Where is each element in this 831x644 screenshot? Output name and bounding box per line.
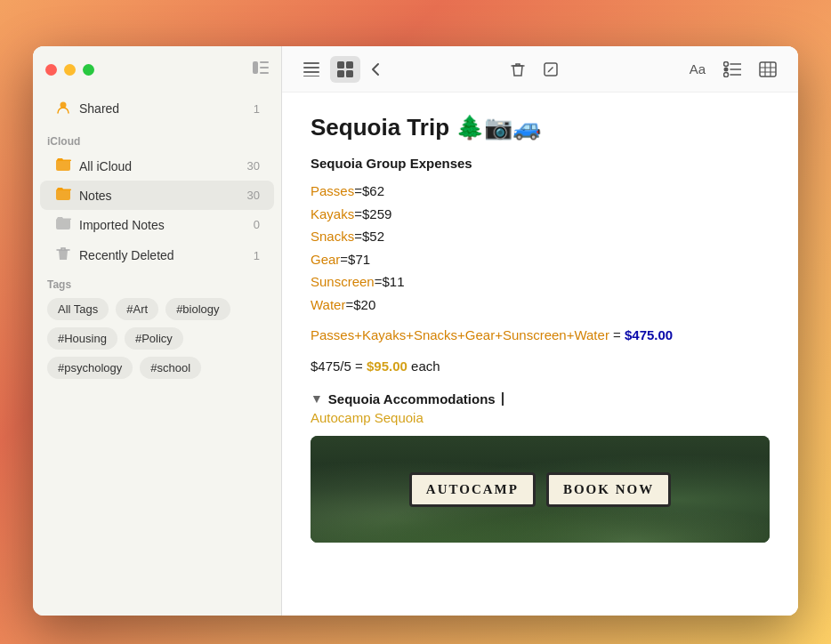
sidebar-content: Shared 1 iCloud All iCloud 30 (33, 93, 281, 400)
all-icloud-count: 30 (247, 159, 260, 173)
accommodations-header-row: ▼ Sequoia Accommodations | (311, 390, 770, 407)
svg-rect-20 (760, 62, 776, 76)
expense-sunscreen: Sunscreen=$11 (311, 272, 770, 293)
svg-rect-9 (337, 61, 344, 68)
sidebar-item-shared[interactable]: Shared 1 (40, 93, 274, 125)
autocamp-link[interactable]: Autocamp Sequoia (311, 410, 770, 425)
folder-icon-icloud (54, 157, 72, 174)
edit-note-button[interactable] (536, 56, 566, 83)
app-window: Shared 1 iCloud All iCloud 30 (33, 46, 798, 616)
icloud-section-header: iCloud (33, 125, 281, 151)
trash-icon-sidebar (54, 246, 72, 265)
back-button[interactable] (364, 57, 387, 82)
svg-rect-3 (260, 72, 269, 74)
notes-count: 30 (247, 189, 260, 202)
shared-count: 1 (254, 102, 260, 116)
tag-art[interactable]: #Art (116, 298, 158, 320)
font-button[interactable]: Aa (682, 56, 713, 82)
svg-rect-12 (346, 70, 353, 77)
list-view-button[interactable] (296, 57, 327, 82)
recently-deleted-label: Recently Deleted (79, 248, 246, 262)
per-person-amount: $95.00 (367, 358, 407, 374)
svg-rect-0 (253, 61, 258, 74)
note-title: Sequoia Trip 🌲📷🚙 (311, 114, 770, 141)
shared-icon (54, 99, 72, 118)
expense-water: Water=$20 (311, 295, 770, 316)
svg-rect-1 (260, 61, 269, 63)
total-line: Passes+Kayaks+Snacks+Gear+Sunscreen+Wate… (311, 326, 770, 346)
folder-icon-imported (54, 216, 72, 233)
all-icloud-label: All iCloud (79, 159, 240, 173)
tag-psychology[interactable]: #psychology (47, 357, 133, 379)
font-label: Aa (690, 61, 706, 76)
tag-housing[interactable]: #Housing (47, 327, 117, 350)
svg-rect-11 (337, 70, 344, 77)
total-formula-orange: Passes+Kayaks+Snacks+Gear+Sunscreen+Wate… (311, 327, 609, 342)
svg-rect-10 (346, 61, 353, 68)
svg-rect-8 (303, 76, 319, 76)
tags-section: Tags All Tags #Art #biology #Housing #Po… (33, 271, 281, 386)
book-now-button[interactable]: BOOK NOW (546, 472, 671, 507)
expense-label-kayaks: Kayaks (311, 206, 354, 221)
sidebar-item-imported-notes[interactable]: Imported Notes 0 (40, 210, 274, 239)
svg-point-16 (724, 72, 729, 76)
maximize-button[interactable] (83, 64, 94, 76)
imported-notes-label: Imported Notes (79, 218, 246, 232)
tag-all-tags[interactable]: All Tags (47, 298, 109, 320)
expense-label-passes: Passes (311, 183, 354, 198)
per-person-line: $475/5 = $95.00 each (311, 357, 770, 377)
svg-rect-7 (303, 71, 319, 73)
svg-point-14 (724, 61, 729, 66)
note-content[interactable]: Sequoia Trip 🌲📷🚙 Sequoia Group Expenses … (282, 93, 798, 616)
tags-grid: All Tags #Art #biology #Housing #Policy … (47, 298, 267, 379)
expense-label-gear: Gear (311, 252, 340, 267)
imported-notes-count: 0 (254, 218, 260, 231)
sidebar-item-recently-deleted[interactable]: Recently Deleted 1 (40, 239, 274, 271)
svg-rect-6 (303, 67, 319, 68)
tag-biology[interactable]: #biology (165, 298, 230, 320)
total-amount: $475.00 (625, 327, 673, 342)
expense-kayaks: Kayaks=$259 (311, 205, 770, 225)
table-button[interactable] (752, 56, 784, 83)
tags-header: Tags (47, 278, 267, 291)
grid-view-button[interactable] (330, 56, 360, 83)
tag-school[interactable]: #school (140, 357, 201, 379)
svg-rect-2 (260, 67, 269, 68)
collapse-arrow-icon[interactable]: ▼ (311, 391, 323, 406)
svg-point-15 (724, 67, 729, 71)
banner-leaves (311, 479, 770, 543)
note-subtitle: Sequoia Group Expenses (311, 156, 770, 171)
sidebar-toggle-button[interactable] (253, 61, 269, 77)
recently-deleted-count: 1 (254, 249, 260, 262)
toolbar: Aa (282, 46, 798, 93)
notes-label: Notes (79, 189, 240, 203)
expense-passes: Passes=$62 (311, 181, 770, 202)
expense-label-snacks: Snacks (311, 229, 354, 244)
autocamp-sign: AUTOCAMP (409, 472, 536, 507)
expense-gear: Gear=$71 (311, 250, 770, 270)
titlebar (33, 46, 281, 93)
sidebar-item-notes[interactable]: Notes 30 (40, 181, 274, 210)
autocamp-banner: AUTOCAMP BOOK NOW (311, 436, 770, 543)
sidebar: Shared 1 iCloud All iCloud 30 (33, 46, 282, 616)
cursor-indicator: | (501, 390, 504, 407)
delete-note-button[interactable] (504, 56, 532, 83)
accommodations-title: Sequoia Accommodations (328, 391, 496, 407)
expense-label-water: Water (311, 297, 345, 312)
expense-snacks: Snacks=$52 (311, 227, 770, 247)
expense-label-sunscreen: Sunscreen (311, 274, 375, 289)
sidebar-item-all-icloud[interactable]: All iCloud 30 (40, 151, 274, 181)
shared-label: Shared (79, 101, 246, 116)
minimize-button[interactable] (64, 64, 76, 76)
checklist-button[interactable] (716, 56, 748, 83)
tag-policy[interactable]: #Policy (125, 327, 183, 350)
close-button[interactable] (45, 64, 57, 76)
svg-rect-5 (303, 62, 319, 64)
main-area: Aa (282, 46, 798, 616)
folder-icon-notes (54, 187, 72, 204)
